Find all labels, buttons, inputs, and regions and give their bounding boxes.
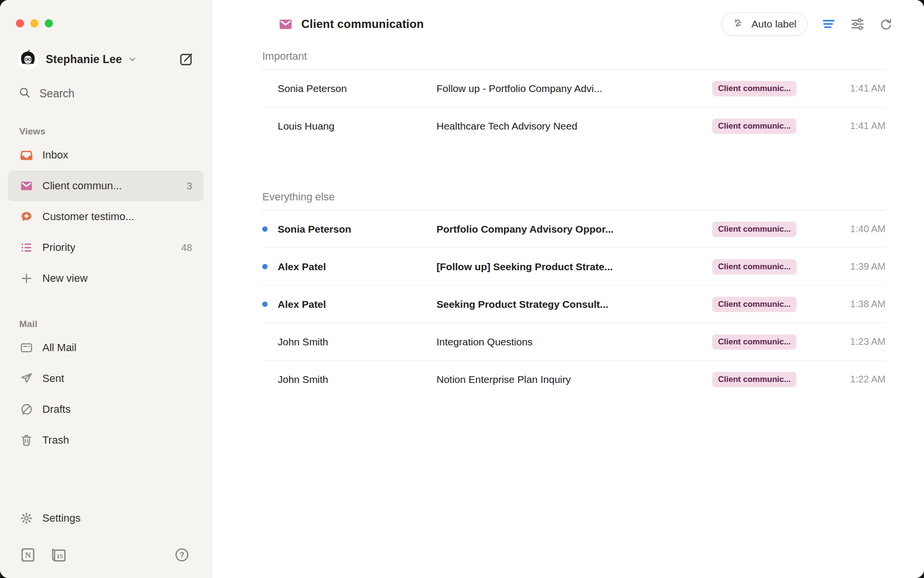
- email-row[interactable]: Alex Patel[Follow up] Seeking Product St…: [262, 248, 886, 286]
- sidebar-footer: N 15 ?: [19, 546, 192, 564]
- unread-count-badge: 3: [187, 181, 192, 192]
- email-row[interactable]: Sonia PetersonPortfolio Company Advisory…: [262, 210, 886, 248]
- app-window: Stephanie Lee Search ViewsInboxClient co…: [0, 0, 924, 578]
- email-time: 1:40 AM: [829, 223, 886, 235]
- list-icon: [19, 240, 34, 255]
- email-time: 1:38 AM: [829, 299, 886, 310]
- notion-logo-icon[interactable]: N: [19, 546, 37, 564]
- email-row[interactable]: Alex PatelSeeking Product Strategy Consu…: [262, 286, 886, 323]
- email-subject: Integration Questions: [436, 336, 712, 348]
- inbox-icon: [19, 148, 34, 162]
- svg-text:?: ?: [180, 551, 184, 559]
- sidebar-item-label: Inbox: [42, 149, 68, 161]
- sidebar-sections: ViewsInboxClient commun...3Customer test…: [0, 101, 211, 456]
- email-time: 1:23 AM: [829, 336, 886, 347]
- profile-name[interactable]: Stephanie Lee: [46, 53, 122, 66]
- mail-section: ImportantSonia PetersonFollow up - Portf…: [262, 50, 886, 144]
- email-subject: Follow up - Portfolio Company Advi...: [436, 83, 712, 94]
- label-envelope-icon: [278, 17, 293, 32]
- email-time: 1:22 AM: [829, 374, 886, 385]
- unread-dot: [262, 264, 278, 269]
- label-badge[interactable]: Client communic...: [712, 81, 796, 96]
- sidebar-item-client-commun[interactable]: Client commun...3: [8, 171, 204, 201]
- close-window-button[interactable]: [16, 19, 24, 27]
- email-row[interactable]: Louis HuangHealthcare Tech Advisory Need…: [262, 107, 886, 144]
- main-header: Client communication Auto label: [212, 0, 924, 36]
- avatar[interactable]: [17, 49, 38, 70]
- sidebar-item-sent[interactable]: Sent: [8, 363, 204, 394]
- search-icon: [18, 86, 31, 101]
- email-row[interactable]: John SmithIntegration QuestionsClient co…: [262, 323, 886, 361]
- unread-dot: [262, 302, 278, 307]
- email-subject: Healthcare Tech Advisory Need: [436, 120, 712, 132]
- traffic-lights: [0, 0, 211, 27]
- help-icon[interactable]: ?: [174, 547, 190, 563]
- gear-icon: [19, 511, 34, 525]
- sidebar-item-label: All Mail: [42, 342, 77, 354]
- trash-icon: [19, 433, 34, 447]
- mail-section-title: Important: [262, 50, 886, 63]
- plus-icon: [19, 271, 34, 286]
- label-badge[interactable]: Client communic...: [712, 334, 796, 350]
- sidebar-item-new-view[interactable]: New view: [8, 263, 204, 294]
- label-badge[interactable]: Client communic...: [712, 372, 796, 387]
- sidebar-item-label: Sent: [42, 372, 64, 385]
- email-row[interactable]: Sonia PetersonFollow up - Portfolio Comp…: [262, 70, 886, 107]
- email-subject: Seeking Product Strategy Consult...: [436, 299, 712, 310]
- email-subject: Notion Enterprise Plan Inquiry: [436, 374, 712, 385]
- email-sender: Sonia Peterson: [278, 83, 436, 94]
- sidebar-item-customer-testimo[interactable]: Customer testimo...: [8, 201, 204, 232]
- all-mail-icon: [19, 341, 34, 355]
- mail-list: ImportantSonia PetersonFollow up - Portf…: [262, 36, 886, 398]
- email-sender: Alex Patel: [278, 299, 436, 310]
- label-badge-cell: Client communic...: [712, 334, 829, 350]
- search-label: Search: [39, 87, 75, 100]
- search-row[interactable]: Search: [18, 86, 194, 101]
- auto-label-button[interactable]: Auto label: [721, 13, 808, 36]
- refresh-icon[interactable]: [879, 17, 893, 31]
- sidebar-item-label: Client commun...: [42, 180, 122, 192]
- sliders-icon[interactable]: [850, 16, 865, 32]
- sidebar-item-settings[interactable]: Settings: [8, 503, 204, 534]
- sidebar-item-all-mail[interactable]: All Mail: [8, 332, 204, 363]
- sidebar-item-trash[interactable]: Trash: [8, 425, 204, 456]
- email-time: 1:41 AM: [829, 120, 886, 131]
- auto-label-icon: [732, 17, 746, 31]
- sidebar-item-label: Trash: [42, 434, 69, 447]
- sidebar-item-priority[interactable]: Priority48: [8, 232, 204, 263]
- chevron-down-icon[interactable]: [127, 54, 138, 65]
- email-sender: John Smith: [278, 374, 436, 385]
- calendar-icon[interactable]: 15: [50, 546, 67, 564]
- drafts-icon: [19, 402, 34, 417]
- email-time: 1:39 AM: [829, 261, 886, 272]
- sidebar-section-label: Mail: [19, 319, 192, 329]
- label-badge[interactable]: Client communic...: [712, 222, 796, 237]
- label-badge-cell: Client communic...: [712, 222, 829, 237]
- sidebar: Stephanie Lee Search ViewsInboxClient co…: [0, 0, 212, 578]
- mail-section-title: Everything else: [262, 191, 886, 203]
- email-row[interactable]: John SmithNotion Enterprise Plan Inquiry…: [262, 361, 886, 398]
- compose-button[interactable]: [179, 52, 194, 67]
- sidebar-item-inbox[interactable]: Inbox: [8, 140, 204, 171]
- label-badge-cell: Client communic...: [712, 81, 829, 96]
- chat-plus-icon: [19, 210, 34, 224]
- label-badge[interactable]: Client communic...: [712, 118, 796, 134]
- sidebar-item-drafts[interactable]: Drafts: [8, 394, 204, 425]
- sidebar-item-label: Drafts: [42, 403, 71, 416]
- svg-text:15: 15: [57, 552, 64, 560]
- email-sender: Sonia Peterson: [278, 223, 436, 235]
- mail-section: Everything elseSonia PetersonPortfolio C…: [262, 191, 886, 398]
- page-title: Client communication: [301, 17, 424, 31]
- label-badge[interactable]: Client communic...: [712, 259, 796, 275]
- unread-count-badge: 48: [181, 242, 192, 253]
- zoom-window-button[interactable]: [45, 19, 53, 27]
- email-sender: Louis Huang: [278, 120, 436, 132]
- svg-text:N: N: [25, 551, 31, 560]
- label-badge[interactable]: Client communic...: [712, 297, 796, 312]
- filter-icon[interactable]: [821, 16, 836, 32]
- envelope-icon: [19, 179, 34, 193]
- unread-dot: [262, 226, 278, 232]
- email-sender: John Smith: [278, 336, 436, 348]
- email-sender: Alex Patel: [278, 261, 436, 273]
- minimize-window-button[interactable]: [30, 19, 38, 27]
